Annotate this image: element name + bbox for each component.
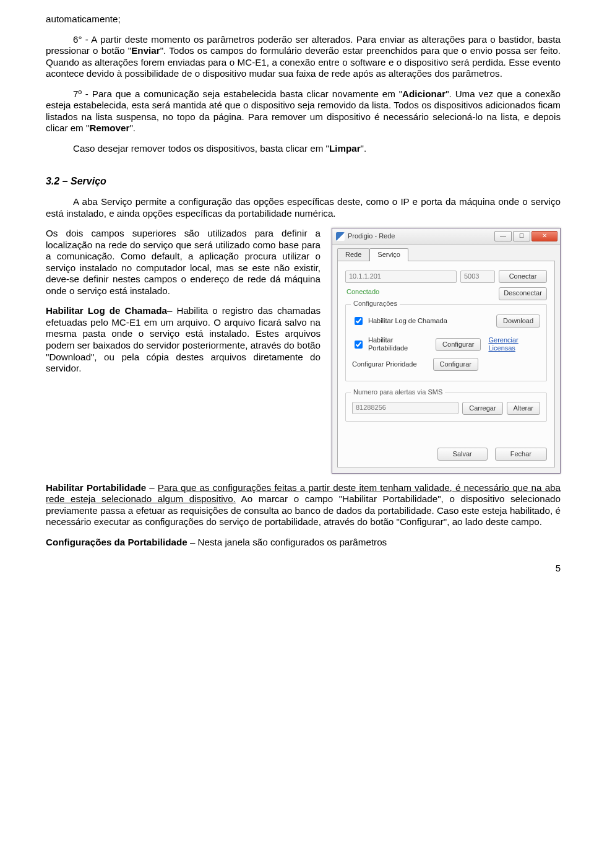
tab-servico[interactable]: Serviço xyxy=(369,248,408,261)
bold-text: Remover xyxy=(89,123,129,133)
bold-text: Limpar xyxy=(329,143,361,154)
enable-portability-checkbox[interactable]: Habilitar Portabilidade xyxy=(352,336,425,353)
app-window: Prodigio - Rede — ☐ ✕ Rede Serviço 10.1.… xyxy=(332,228,561,474)
paragraph: A aba Serviço permite a configuração das… xyxy=(46,196,561,219)
sms-number-field[interactable]: 81288256 xyxy=(352,402,458,414)
paragraph: Caso desejar remover todos os dispositiv… xyxy=(46,143,561,155)
bold-text: Habilitar Portabilidade xyxy=(46,482,146,493)
close-button[interactable]: Fechar xyxy=(495,448,547,461)
checkbox-label: Habilitar Log de Chamada xyxy=(368,317,447,325)
priority-label: Configurar Prioridade xyxy=(352,360,417,368)
paragraph: Os dois campos superiores são utilizados… xyxy=(46,228,321,297)
bold-text: Habilitar Log de Chamada xyxy=(46,305,167,316)
checkbox-label: Habilitar Portabilidade xyxy=(368,336,425,353)
paragraph: 6° - A partir deste momento os parâmetro… xyxy=(46,34,561,80)
page-number: 5 xyxy=(46,563,561,574)
ip-field[interactable]: 10.1.1.201 xyxy=(345,271,457,283)
minimize-icon[interactable]: — xyxy=(494,231,512,241)
paragraph: automaticamente; xyxy=(46,14,561,25)
window-title: Prodigio - Rede xyxy=(348,232,491,240)
connect-button[interactable]: Conectar xyxy=(499,270,547,283)
sms-groupbox: Numero para alertas via SMS 81288256 Car… xyxy=(345,393,547,422)
text: Caso desejar remover todos os dispositiv… xyxy=(73,143,329,154)
bold-text: Adicionar xyxy=(402,89,446,99)
tab-rede[interactable]: Rede xyxy=(337,248,369,261)
titlebar: Prodigio - Rede — ☐ ✕ xyxy=(332,228,560,245)
groupbox-legend: Configurações xyxy=(351,300,400,308)
enable-call-log-checkbox[interactable]: Habilitar Log de Chamada xyxy=(352,315,447,327)
manage-licenses-link[interactable]: Gerenciar Licensas xyxy=(488,336,540,353)
port-field[interactable]: 5003 xyxy=(460,271,495,283)
paragraph: Habilitar Log de Chamada– Habilita o reg… xyxy=(46,305,321,374)
save-button[interactable]: Salvar xyxy=(437,448,488,461)
tabstrip: Rede Serviço xyxy=(332,245,560,261)
download-button[interactable]: Download xyxy=(496,315,540,328)
status-label: Conectado xyxy=(346,288,379,296)
configure-priority-button[interactable]: Configurar xyxy=(433,358,478,371)
paragraph: Configurações da Portabilidade – Nesta j… xyxy=(46,537,561,549)
maximize-icon[interactable]: ☐ xyxy=(513,231,530,241)
close-icon[interactable]: ✕ xyxy=(532,231,557,241)
disconnect-button[interactable]: Desconectar xyxy=(499,287,547,300)
text: – xyxy=(146,482,158,493)
tab-panel: 10.1.1.201 5003 Conectar Conectado Desco… xyxy=(337,261,555,467)
configure-portability-button[interactable]: Configurar xyxy=(436,338,481,351)
text: ". xyxy=(361,143,367,154)
paragraph: 7º - Para que a comunicação seja estabel… xyxy=(46,89,561,134)
load-button[interactable]: Carregar xyxy=(462,402,502,415)
checkbox-icon[interactable] xyxy=(355,317,363,325)
alter-button[interactable]: Alterar xyxy=(507,402,540,415)
text: 7º - Para que a comunicação seja estabel… xyxy=(73,89,402,99)
bold-text: Enviar xyxy=(131,45,160,56)
config-groupbox: Configurações Habilitar Log de Chamada D… xyxy=(345,304,547,381)
checkbox-icon[interactable] xyxy=(355,341,363,349)
section-heading: 3.2 – Serviço xyxy=(46,175,561,188)
bold-text: Configurações da Portabilidade xyxy=(46,537,187,547)
app-icon xyxy=(336,232,345,241)
text: – Nesta janela são configurados os parâm… xyxy=(187,537,387,547)
text: ". xyxy=(129,123,136,133)
paragraph: Habilitar Portabilidade – Para que as co… xyxy=(46,482,561,528)
groupbox-legend: Numero para alertas via SMS xyxy=(351,388,445,396)
